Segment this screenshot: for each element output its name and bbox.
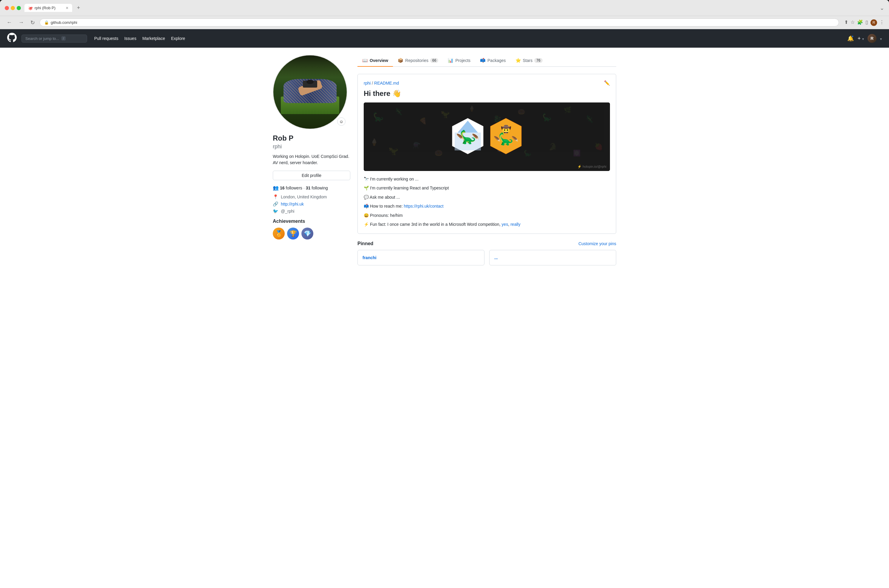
bullet-working: 🔭 I'm currently working on ... [364, 176, 610, 182]
achievement-badge-3[interactable]: 💎 [301, 228, 313, 240]
nav-marketplace[interactable]: Marketplace [142, 36, 165, 41]
avatar-emoji-button[interactable]: ☺ [337, 117, 346, 126]
bullet-reach: 📫 How to reach me: https://rphi.uk/conta… [364, 203, 610, 209]
packages-icon: 📫 [480, 58, 486, 63]
create-button[interactable]: + ▾ [857, 36, 864, 42]
readme-path-file-link[interactable]: README.md [374, 81, 399, 86]
fun-fact-really-link[interactable]: really [510, 222, 520, 226]
location-item: 📍 London, United Kingdom [273, 194, 350, 200]
achievement-badge-2[interactable]: 🏆 [287, 228, 299, 240]
github-header: Search or jump to... / Pull requests Iss… [0, 29, 889, 48]
tab-overview[interactable]: 📖 Overview [358, 55, 393, 67]
profile-avatar [273, 55, 347, 129]
extensions-icon[interactable]: 🧩 [857, 20, 863, 26]
badge-icon-3: 💎 [304, 230, 311, 237]
edit-profile-button[interactable]: Edit profile [273, 171, 350, 180]
github-logo[interactable] [7, 33, 17, 44]
profile-sidebar: ☺ Rob P rphi Working on Holopin. UoE Com… [273, 55, 350, 266]
url-text: github.com/rphi [51, 20, 835, 25]
github-nav: Pull requests Issues Marketplace Explore [94, 36, 185, 41]
holopin-sticker-1: 🦕 🪶 🪶 [452, 118, 484, 156]
badge-icon-1: 🏅 [275, 230, 283, 237]
plus-icon: + [857, 36, 861, 41]
svg-text:🪶: 🪶 [456, 134, 464, 141]
pinned-repo-1-name[interactable]: franchi [363, 255, 376, 260]
pinned-grid: franchi ... [358, 250, 616, 266]
contact-link[interactable]: https://rphi.uk/contact [404, 204, 444, 208]
fun-fact-yes-link[interactable]: yes [502, 222, 508, 226]
achievements-title: Achievements [273, 219, 350, 224]
forward-button[interactable]: → [17, 19, 26, 26]
back-button[interactable]: ← [5, 19, 14, 26]
location-text: London, United Kingdom [281, 195, 327, 199]
website-item: 🔗 http://rphi.uk [273, 201, 350, 207]
menu-icon[interactable]: ⋮ [880, 20, 884, 26]
tab-projects-label: Projects [455, 58, 471, 63]
stars-count: 76 [534, 58, 542, 63]
tab-packages[interactable]: 📫 Packages [475, 55, 510, 67]
share-icon[interactable]: ⬆ [844, 20, 848, 26]
twitter-item: 🐦 @_rphi [273, 208, 350, 214]
link-icon: 🔗 [273, 201, 278, 207]
user-avatar[interactable]: R [868, 34, 877, 43]
svg-text:🪶: 🪶 [494, 136, 501, 142]
tab-overview-label: Overview [370, 58, 388, 63]
tab-stars[interactable]: ⭐ Stars 76 [511, 55, 548, 67]
pinned-repo-2-name[interactable]: ... [494, 255, 498, 260]
tab-repositories[interactable]: 📦 Repositories 66 [393, 55, 443, 67]
achievement-badge-1[interactable]: 🏅 [273, 228, 285, 240]
lock-icon: 🔒 [44, 20, 49, 25]
browser-window: 🐙 rphi (Rob P) ✕ + ⌄ ← → ↻ 🔒 github.com/… [0, 0, 889, 588]
minimize-window-button[interactable] [11, 6, 15, 10]
window-expand-icon[interactable]: ⌄ [880, 5, 884, 11]
sidebar-icon[interactable]: ▯ [865, 20, 868, 26]
refresh-button[interactable]: ↻ [29, 19, 37, 27]
nav-issues[interactable]: Issues [124, 36, 136, 41]
avatar-initial: R [871, 36, 874, 41]
github-search[interactable]: Search or jump to... / [21, 34, 87, 43]
github-header-right: 🔔 + ▾ R ▾ [847, 34, 882, 43]
svg-text:🤠: 🤠 [501, 125, 511, 135]
tab-favicon: 🐙 [28, 6, 32, 10]
readme-edit-icon[interactable]: ✏️ [604, 80, 610, 86]
pinned-title: Pinned [358, 241, 373, 246]
avatar-dropdown[interactable]: ▾ [880, 36, 882, 42]
readme-card: rphi / README.md ✏️ Hi there 👋 [358, 74, 616, 234]
browser-tab-active[interactable]: 🐙 rphi (Rob P) ✕ [24, 4, 72, 12]
banner-credit: ⚡ holopin.io/@rphi [578, 165, 606, 169]
repositories-icon: 📦 [398, 58, 403, 63]
fullscreen-window-button[interactable] [17, 6, 21, 10]
website-link[interactable]: http://rphi.uk [281, 202, 304, 206]
customize-pins-link[interactable]: Customize your pins [578, 241, 616, 246]
separator: · [304, 186, 305, 190]
readme-path-user-link[interactable]: rphi [364, 81, 370, 86]
following-label: following [311, 186, 328, 190]
readme-path: rphi / README.md ✏️ [364, 80, 610, 86]
address-bar[interactable]: 🔒 github.com/rphi [40, 18, 839, 27]
profile-meta: 📍 London, United Kingdom 🔗 http://rphi.u… [273, 194, 350, 214]
readme-path-separator: / [372, 81, 374, 86]
close-window-button[interactable] [5, 6, 9, 10]
profile-name: Rob P [273, 134, 350, 142]
new-tab-button[interactable]: + [75, 4, 83, 12]
bookmark-icon[interactable]: ☆ [851, 20, 855, 26]
tab-title: rphi (Rob P) [35, 6, 56, 10]
tab-projects[interactable]: 📊 Projects [443, 55, 475, 67]
profile-icon[interactable]: R [871, 20, 877, 26]
profile-tabs: 📖 Overview 📦 Repositories 66 📊 Projects … [358, 55, 616, 67]
notifications-button[interactable]: 🔔 [847, 35, 854, 42]
browser-titlebar: 🐙 rphi (Rob P) ✕ + ⌄ [0, 0, 889, 16]
chevron-down-icon: ▾ [862, 37, 864, 41]
followers-count: 16 [280, 186, 285, 190]
svg-text:🪶: 🪶 [511, 136, 519, 142]
nav-pull-requests[interactable]: Pull requests [94, 36, 118, 41]
smiley-icon: ☺ [339, 119, 343, 124]
holopin-sticker-2: 🦕 🤠 🪶 🪶 [490, 118, 522, 156]
overview-icon: 📖 [362, 58, 368, 63]
readme-banner: 🦕 🦎 🍕 🦖 🍦 🐉 🍩 🦕 🌿 🦎 🍦 [364, 102, 610, 171]
profile-avatar-container: ☺ [273, 55, 350, 129]
profile-bio: Working on Holopin. UoE CompSci Grad. AV… [273, 153, 350, 166]
stars-icon: ⭐ [516, 58, 521, 63]
tab-close-button[interactable]: ✕ [66, 6, 69, 10]
nav-explore[interactable]: Explore [171, 36, 185, 41]
